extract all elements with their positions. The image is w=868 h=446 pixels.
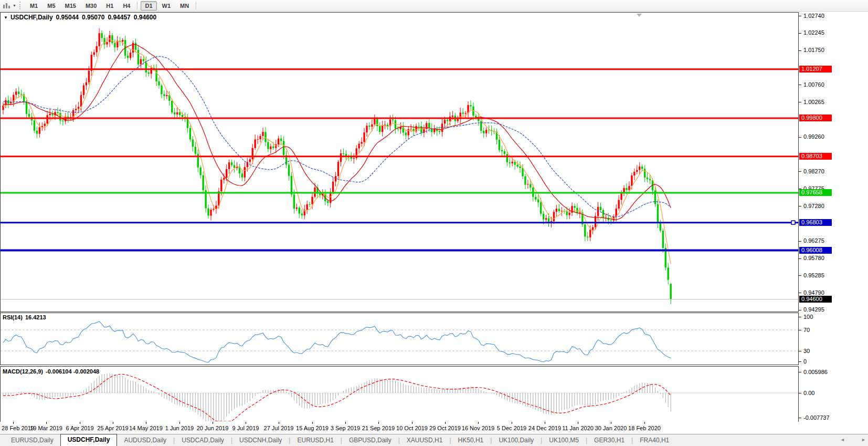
tabs-scroll-left-icon[interactable]: ◄ <box>840 437 845 442</box>
chart-canvas[interactable] <box>0 0 799 426</box>
macd-axis-label: -0.007737 <box>803 414 830 421</box>
date-axis-label: 19 Mar 2019 <box>30 425 62 431</box>
chart-symbol: USDCHF,Daily <box>10 14 53 21</box>
price-axis-label: 1.00265 <box>803 99 824 106</box>
price-axis-tick <box>799 258 801 259</box>
price-line-label[interactable]: 0.98703 <box>799 153 832 160</box>
price-line-label[interactable]: 0.99800 <box>799 115 832 121</box>
date-axis-label: 25 Apr 2019 <box>97 425 128 431</box>
timeframe-button-m1[interactable]: M1 <box>26 1 42 11</box>
date-axis-label: 21 Sep 2019 <box>362 425 395 431</box>
timeframe-button-m15[interactable]: M15 <box>61 1 80 11</box>
date-axis-label: 24 Dec 2019 <box>528 425 561 431</box>
macd-values: -0.006104 -0.002048 <box>46 368 99 375</box>
chart-tab-usdchf-daily[interactable]: USDCHF,Daily <box>60 434 118 446</box>
date-axis-tick <box>246 422 246 424</box>
price-axis-tick <box>799 137 801 138</box>
macd-pane-label: MACD(12,26,9)-0.006104 -0.002048 <box>3 368 102 375</box>
timeframe-button-w1[interactable]: W1 <box>158 1 175 11</box>
macd-axis-label: 0.00 <box>803 390 814 397</box>
chart-tab-gbpusd-daily[interactable]: GBPUSD,Daily <box>342 435 398 446</box>
date-axis-tick <box>512 422 512 424</box>
price-axis-tick <box>799 171 801 172</box>
date-axis-label: 27 Jul 2019 <box>264 425 294 431</box>
macd-pane[interactable] <box>1 373 798 421</box>
rsi-axis-label: 100 <box>803 314 813 320</box>
price-axis-label: 1.02245 <box>803 29 824 36</box>
price-axis-tick <box>799 85 801 85</box>
rsi-pane[interactable] <box>1 321 798 362</box>
timeframe-button-h4[interactable]: H4 <box>119 1 134 11</box>
price-axis-tick <box>799 102 801 102</box>
chart-tab-hk50-h1[interactable]: HK50,H1 <box>451 435 491 446</box>
macd-axis-label: 0.005986 <box>803 369 828 376</box>
rsi-axis-label: 30 <box>803 348 810 355</box>
chart-tab-xauusd-h1[interactable]: XAUUSD,H1 <box>400 435 450 446</box>
date-axis-label: 20 Jun 2019 <box>197 425 229 431</box>
date-axis-label: 30 Jan 2020 <box>595 425 627 431</box>
timeframe-button-d1[interactable]: D1 <box>141 1 156 11</box>
rsi-axis-tick <box>799 351 801 351</box>
price-line-label[interactable]: 0.96008 <box>799 247 832 254</box>
tabs-scroll-right-icon[interactable]: ► <box>861 437 866 442</box>
date-axis-label: 1 Jun 2019 <box>165 425 194 431</box>
price-line-label[interactable]: 0.97658 <box>799 189 832 196</box>
price-axis-label: 0.95780 <box>803 255 824 262</box>
price-axis-tick <box>799 275 801 276</box>
dropdown-caret-icon[interactable]: ▼ <box>12 4 18 7</box>
price-axis: 1.027401.022451.017501.007601.002650.992… <box>799 0 868 426</box>
timeframe-buttons: M1M5M15M30H1H4D1W1MN <box>25 1 199 11</box>
rsi-line <box>3 321 671 362</box>
price-axis-tick <box>799 206 801 206</box>
price-pane[interactable] <box>1 28 798 304</box>
timeframe-button-m5[interactable]: M5 <box>43 1 59 11</box>
price-axis-label: 1.01750 <box>803 47 824 54</box>
rsi-axis-tick <box>799 317 801 317</box>
date-axis-label: 9 Jul 2019 <box>232 425 259 431</box>
date-axis-tick <box>345 422 346 424</box>
price-line-label[interactable]: 0.94600 <box>799 296 832 303</box>
chart-tab-eurusd-daily[interactable]: EURUSD,Daily <box>4 435 60 446</box>
date-axis-tick <box>644 422 645 424</box>
price-axis-label: 0.95285 <box>803 272 824 279</box>
collapse-caret-icon[interactable]: ▼ <box>4 15 8 20</box>
date-axis-label: 28 Feb 2019 <box>2 425 34 431</box>
ohlc-low: 0.94457 <box>108 14 130 21</box>
chart-tab-uk100-m5[interactable]: UK100,M5 <box>542 435 586 446</box>
date-axis-tick <box>478 422 479 424</box>
date-axis-tick <box>412 422 412 424</box>
chart-tab-eurusd-h1[interactable]: EURUSD,H1 <box>290 435 340 446</box>
price-axis-tick <box>799 241 801 242</box>
price-axis-label: 0.98270 <box>803 168 824 175</box>
timeframe-button-mn[interactable]: MN <box>176 1 193 11</box>
date-axis-label: 5 Dec 2019 <box>497 425 526 431</box>
rsi-axis-label: 0 <box>803 358 807 365</box>
periods-icon[interactable] <box>2 2 12 10</box>
sma-fast-line <box>3 39 671 264</box>
ohlc-close: 0.94600 <box>134 14 156 21</box>
timeframe-button-h1[interactable]: H1 <box>102 1 118 11</box>
rsi-axis-label: 70 <box>803 327 810 334</box>
timeframes-toolbar: ▼ M1M5M15M30H1H4D1W1MN <box>0 0 868 12</box>
chart-tab-fra40-h1[interactable]: FRA40,H1 <box>633 435 676 446</box>
toolbar-grip <box>19 2 22 9</box>
rsi-value: 16.4213 <box>25 314 46 320</box>
date-axis: 28 Feb 201919 Mar 20196 Apr 201925 Apr 2… <box>0 422 799 434</box>
rsi-axis-tick <box>799 361 801 362</box>
chart-tab-usdcnh-daily[interactable]: USDCNH,Daily <box>232 435 289 446</box>
price-line-label[interactable]: 0.96803 <box>799 219 832 226</box>
timeframe-button-m30[interactable]: M30 <box>81 1 101 11</box>
price-axis-tick <box>799 310 801 310</box>
chart-tab-ger30-h1[interactable]: GER30,H1 <box>587 435 631 446</box>
date-axis-tick <box>378 422 379 424</box>
chart-shift-marker <box>637 14 642 17</box>
chart-symbol-title: ▼USDCHF,Daily0.950440.950700.944570.9460… <box>4 14 160 21</box>
toolbar-separator <box>137 2 138 9</box>
chart-tab-uk100-daily[interactable]: UK100,Daily <box>492 435 541 446</box>
date-axis-label: 11 Jan 2020 <box>562 425 594 431</box>
chart-tab-audusd-daily[interactable]: AUDUSD,Daily <box>117 435 173 446</box>
date-axis-tick <box>179 422 180 424</box>
macd-axis-tick <box>799 418 801 418</box>
price-line-label[interactable]: 1.01207 <box>799 66 832 72</box>
chart-tab-usdcad-daily[interactable]: USDCAD,Daily <box>175 435 231 446</box>
